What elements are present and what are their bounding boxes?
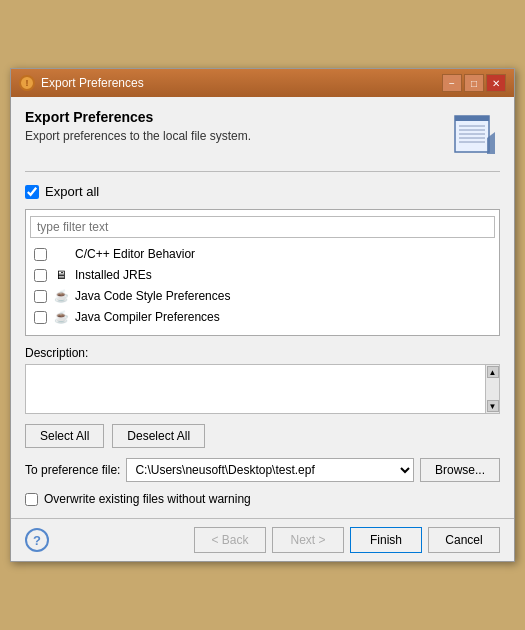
item-4-label: Java Compiler Preferences [75, 310, 220, 324]
description-box: ▲ ▼ [25, 364, 500, 414]
cancel-button[interactable]: Cancel [428, 527, 500, 553]
tree-item: C/C++ Editor Behavior [30, 244, 495, 264]
overwrite-row: Overwrite existing files without warning [25, 492, 500, 506]
export-all-row: Export all [25, 184, 500, 199]
title-bar-left: ! Export Preferences [19, 75, 144, 91]
item-3-label: Java Code Style Preferences [75, 289, 230, 303]
deselect-all-button[interactable]: Deselect All [112, 424, 205, 448]
item-1-icon [53, 246, 69, 262]
selection-buttons: Select All Deselect All [25, 424, 500, 448]
title-bar: ! Export Preferences − □ ✕ [11, 69, 514, 97]
filter-box: C/C++ Editor Behavior 🖥 Installed JREs ☕… [25, 209, 500, 336]
filter-input[interactable] [30, 216, 495, 238]
pref-file-row: To preference file: C:\Users\neusoft\Des… [25, 458, 500, 482]
tree-items: C/C++ Editor Behavior 🖥 Installed JREs ☕… [30, 240, 495, 331]
dialog-footer: ? < Back Next > Finish Cancel [11, 518, 514, 561]
select-all-button[interactable]: Select All [25, 424, 104, 448]
description-label: Description: [25, 346, 500, 360]
close-button[interactable]: ✕ [486, 74, 506, 92]
browse-button[interactable]: Browse... [420, 458, 500, 482]
item-2-icon: 🖥 [53, 267, 69, 283]
help-button[interactable]: ? [25, 528, 49, 552]
header-divider [25, 171, 500, 172]
item-2-label: Installed JREs [75, 268, 152, 282]
scroll-up-arrow[interactable]: ▲ [487, 366, 499, 378]
item-2-checkbox[interactable] [34, 269, 47, 282]
export-preferences-window: ! Export Preferences − □ ✕ Export Prefer… [10, 68, 515, 562]
title-controls: − □ ✕ [442, 74, 506, 92]
export-icon [450, 109, 500, 159]
svg-rect-1 [455, 116, 489, 121]
item-3-icon: ☕ [53, 288, 69, 304]
app-icon: ! [19, 75, 35, 91]
description-scrollbar[interactable]: ▲ ▼ [485, 365, 499, 413]
minimize-button[interactable]: − [442, 74, 462, 92]
window-title: Export Preferences [41, 76, 144, 90]
header-text: Export Preferences Export preferences to… [25, 109, 251, 143]
pref-file-label: To preference file: [25, 463, 120, 477]
export-all-label: Export all [45, 184, 99, 199]
header-section: Export Preferences Export preferences to… [25, 109, 500, 159]
finish-button[interactable]: Finish [350, 527, 422, 553]
item-1-label: C/C++ Editor Behavior [75, 247, 195, 261]
overwrite-checkbox[interactable] [25, 493, 38, 506]
tree-item: ☕ Java Code Style Preferences [30, 286, 495, 306]
overwrite-label: Overwrite existing files without warning [44, 492, 251, 506]
dialog-content: Export Preferences Export preferences to… [11, 97, 514, 518]
next-button[interactable]: Next > [272, 527, 344, 553]
scroll-down-arrow[interactable]: ▼ [487, 400, 499, 412]
tree-item: 🖥 Installed JREs [30, 265, 495, 285]
maximize-button[interactable]: □ [464, 74, 484, 92]
export-all-checkbox[interactable] [25, 185, 39, 199]
pref-file-select[interactable]: C:\Users\neusoft\Desktop\test.epf [126, 458, 414, 482]
tree-item: ☕ Java Compiler Preferences [30, 307, 495, 327]
item-3-checkbox[interactable] [34, 290, 47, 303]
footer-buttons: < Back Next > Finish Cancel [194, 527, 500, 553]
item-4-icon: ☕ [53, 309, 69, 325]
item-4-checkbox[interactable] [34, 311, 47, 324]
back-button[interactable]: < Back [194, 527, 266, 553]
item-1-checkbox[interactable] [34, 248, 47, 261]
dialog-subtitle: Export preferences to the local file sys… [25, 129, 251, 143]
dialog-title: Export Preferences [25, 109, 251, 125]
description-section: Description: ▲ ▼ [25, 346, 500, 414]
